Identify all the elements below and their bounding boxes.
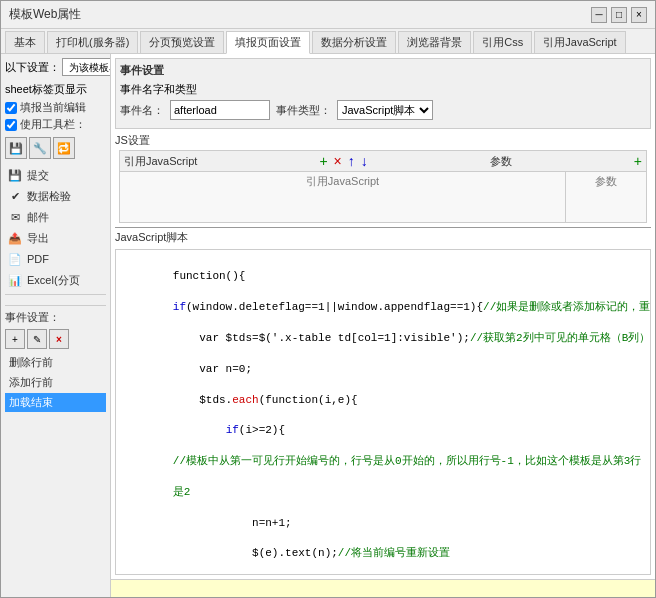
event-name-label: 事件名： bbox=[120, 103, 164, 118]
js-script-title: JavaScript脚本 bbox=[115, 227, 651, 245]
toolbar-checkbox[interactable] bbox=[5, 119, 17, 131]
settings-toolbar-btn[interactable]: 🔧 bbox=[29, 137, 51, 159]
ref-js-header: 引用JavaScript + × ↑ ↓ 参数 + bbox=[120, 151, 646, 172]
ref-js-label: 引用JavaScript bbox=[124, 154, 197, 169]
setting-dropdown[interactable]: 为该模板单独设置 bbox=[62, 58, 111, 76]
action-export-label: 导出 bbox=[27, 231, 49, 246]
event-edit-button[interactable]: ✎ bbox=[27, 329, 47, 349]
toolbar-icons-row: 💾 🔧 🔁 bbox=[5, 137, 106, 159]
checkbox2-row: 使用工具栏： bbox=[5, 118, 106, 131]
action-validate[interactable]: ✔ 数据检验 bbox=[5, 186, 106, 206]
tab-browser-bg[interactable]: 浏览器背景 bbox=[398, 31, 471, 53]
window-controls: ─ □ × bbox=[591, 7, 647, 23]
action-submit[interactable]: 💾 提交 bbox=[5, 165, 106, 185]
ref-delete-btn[interactable]: × bbox=[334, 153, 342, 169]
ref-js-section: 引用JavaScript + × ↑ ↓ 参数 + 引用JavaScript bbox=[119, 150, 647, 223]
ref-down-btn[interactable]: ↓ bbox=[361, 153, 368, 169]
event-item-load[interactable]: 加载结束 bbox=[5, 393, 106, 412]
sheet-label: sheet标签页显示 bbox=[5, 82, 87, 97]
tab-page-preview[interactable]: 分页预览设置 bbox=[140, 31, 224, 53]
tab-ref-js[interactable]: 引用JavaScript bbox=[534, 31, 625, 53]
ref-js-content-area: 引用JavaScript bbox=[120, 172, 566, 222]
params-label: 参数 bbox=[490, 154, 512, 169]
code-editor[interactable]: function(){ if(window.deleteflag==1||win… bbox=[115, 249, 651, 575]
content-area: 以下设置： 为该模板单独设置 sheet标签页显示 填报当前编辑 使用工具栏： bbox=[1, 54, 655, 597]
event-delete-button[interactable]: × bbox=[49, 329, 69, 349]
params-add-btn[interactable]: + bbox=[634, 153, 642, 169]
submit-icon: 💾 bbox=[7, 167, 23, 183]
setting-label: 以下设置： bbox=[5, 60, 60, 75]
action-list: 💾 提交 ✔ 数据检验 ✉ 邮件 📤 导出 📄 PDF bbox=[5, 165, 106, 290]
tab-fill-page[interactable]: 填报页面设置 bbox=[226, 31, 310, 54]
export-icon: 📤 bbox=[7, 230, 23, 246]
separator bbox=[5, 294, 106, 295]
title-bar: 模板Web属性 ─ □ × bbox=[1, 1, 655, 29]
action-excel[interactable]: 📊 Excel(分页 bbox=[5, 270, 106, 290]
event-name-row: 事件名： 事件类型： JavaScript脚本 bbox=[120, 100, 646, 120]
window-title: 模板Web属性 bbox=[9, 6, 81, 23]
event-item-delete[interactable]: 删除行前 bbox=[5, 353, 106, 372]
action-export[interactable]: 📤 导出 bbox=[5, 228, 106, 248]
ref-js-toolbar: + × ↑ ↓ bbox=[319, 153, 367, 169]
fillreport-checkbox[interactable] bbox=[5, 102, 17, 114]
event-config-section: 事件设置 事件名字和类型 事件名： 事件类型： JavaScript脚本 bbox=[115, 58, 651, 129]
params-placeholder: 参数 bbox=[566, 172, 646, 191]
checkbox1-label: 填报当前编辑 bbox=[20, 101, 86, 114]
ref-js-placeholder: 引用JavaScript bbox=[120, 172, 565, 191]
left-panel: 以下设置： 为该模板单独设置 sheet标签页显示 填报当前编辑 使用工具栏： bbox=[1, 54, 111, 597]
event-config-title: 事件设置 bbox=[120, 63, 646, 78]
ref-add-btn[interactable]: + bbox=[319, 153, 327, 169]
save-toolbar-btn[interactable]: 💾 bbox=[5, 137, 27, 159]
email-icon: ✉ bbox=[7, 209, 23, 225]
event-section: 事件设置： + ✎ × 删除行前 添加行前 加载结束 bbox=[5, 305, 106, 412]
js-script-header: JavaScript脚本 bbox=[115, 227, 651, 247]
action-email[interactable]: ✉ 邮件 bbox=[5, 207, 106, 227]
reset-toolbar-btn[interactable]: 🔁 bbox=[53, 137, 75, 159]
excel-icon: 📊 bbox=[7, 272, 23, 288]
event-type-label: 事件类型： bbox=[276, 103, 331, 118]
event-name-input[interactable] bbox=[170, 100, 270, 120]
tab-ref-css[interactable]: 引用Css bbox=[473, 31, 532, 53]
sheet-label-row: sheet标签页显示 bbox=[5, 82, 106, 97]
checkbox1-row: 填报当前编辑 bbox=[5, 101, 106, 114]
maximize-button[interactable]: □ bbox=[611, 7, 627, 23]
ref-params-area: 参数 bbox=[566, 172, 646, 222]
minimize-button[interactable]: ─ bbox=[591, 7, 607, 23]
event-type-select[interactable]: JavaScript脚本 bbox=[337, 100, 433, 120]
event-action-buttons: + ✎ × bbox=[5, 329, 106, 349]
js-section: JS设置 引用JavaScript + × ↑ ↓ 参数 + bbox=[115, 133, 651, 225]
ref-up-btn[interactable]: ↑ bbox=[348, 153, 355, 169]
pdf-icon: 📄 bbox=[7, 251, 23, 267]
tab-basic[interactable]: 基本 bbox=[5, 31, 45, 53]
main-window: 模板Web属性 ─ □ × 基本 打印机(服务器) 分页预览设置 填报页面设置 … bbox=[0, 0, 656, 598]
ref-table-container: 引用JavaScript 参数 bbox=[120, 172, 646, 222]
tabs-bar: 基本 打印机(服务器) 分页预览设置 填报页面设置 数据分析设置 浏览器背景 引… bbox=[1, 29, 655, 54]
js-section-title: JS设置 bbox=[115, 133, 651, 148]
action-pdf[interactable]: 📄 PDF bbox=[5, 249, 106, 269]
action-excel-label: Excel(分页 bbox=[27, 273, 80, 288]
checkbox2-label: 使用工具栏： bbox=[20, 118, 86, 131]
event-item-add[interactable]: 添加行前 bbox=[5, 373, 106, 392]
action-validate-label: 数据检验 bbox=[27, 189, 71, 204]
validate-icon: ✔ bbox=[7, 188, 23, 204]
right-panel: 事件设置 事件名字和类型 事件名： 事件类型： JavaScript脚本 JS设… bbox=[111, 54, 655, 597]
close-button[interactable]: × bbox=[631, 7, 647, 23]
event-name-type-label: 事件名字和类型 bbox=[120, 82, 646, 97]
action-pdf-label: PDF bbox=[27, 253, 49, 265]
tab-data-analysis[interactable]: 数据分析设置 bbox=[312, 31, 396, 53]
action-email-label: 邮件 bbox=[27, 210, 49, 225]
event-list: 删除行前 添加行前 加载结束 bbox=[5, 353, 106, 412]
event-add-button[interactable]: + bbox=[5, 329, 25, 349]
action-submit-label: 提交 bbox=[27, 168, 49, 183]
bottom-bar bbox=[111, 579, 655, 597]
event-section-title: 事件设置： bbox=[5, 310, 106, 325]
tab-print[interactable]: 打印机(服务器) bbox=[47, 31, 138, 53]
